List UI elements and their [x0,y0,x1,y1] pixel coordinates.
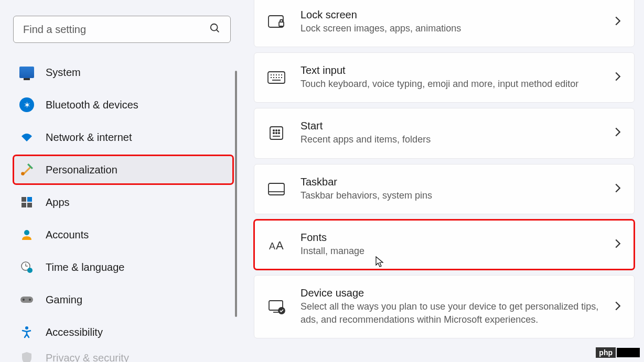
svg-text:A: A [269,241,275,251]
card-lock-screen[interactable]: Lock screen Lock screen images, apps, an… [254,0,635,47]
fonts-icon: AA [267,235,286,254]
svg-point-0 [211,24,218,31]
sidebar-item-label: Accessibility [46,326,103,338]
sidebar-item-accounts[interactable]: Accounts [13,220,233,249]
sidebar-item-label: Accounts [46,229,89,241]
sidebar-item-time-language[interactable]: Time & language [13,253,233,282]
svg-rect-5 [22,203,26,207]
card-title: Device usage [300,287,614,299]
nav-list: System ✶ Bluetooth & devices Network & i… [13,58,231,362]
chevron-right-icon [614,183,621,195]
card-title: Start [300,120,614,132]
search-input[interactable] [23,24,209,36]
sidebar-item-personalization[interactable]: Personalization [13,155,233,184]
svg-point-35 [276,133,277,134]
paintbrush-icon [19,162,34,177]
svg-point-13 [23,299,25,301]
chevron-right-icon [614,301,621,313]
sidebar-item-network[interactable]: Network & internet [13,123,233,152]
card-title: Fonts [300,232,614,244]
card-device-usage[interactable]: Device usage Select all the ways you pla… [254,275,635,338]
card-desc: Touch keyboard, voice typing, emoji and … [300,78,614,91]
card-desc: Recent apps and items, folders [300,133,614,146]
system-icon [19,65,34,80]
settings-main: Lock screen Lock screen images, apps, an… [241,0,644,362]
sidebar-item-system[interactable]: System [13,58,233,87]
chevron-right-icon [614,127,621,139]
card-desc: Lock screen images, apps, animations [300,22,614,35]
svg-point-14 [29,299,31,301]
device-usage-icon [267,298,286,316]
settings-sidebar: System ✶ Bluetooth & devices Network & i… [0,0,241,362]
sidebar-item-label: Personalization [46,164,117,176]
card-taskbar[interactable]: Taskbar Taskbar behaviors, system pins [254,164,635,214]
start-grid-icon [267,124,286,142]
svg-rect-17 [279,22,284,26]
card-body: Fonts Install, manage [300,232,614,258]
svg-line-1 [217,30,219,32]
svg-point-33 [278,130,280,131]
sidebar-item-label: Network & internet [46,131,132,144]
chevron-right-icon [614,238,621,251]
sidebar-item-label: Apps [46,196,70,209]
sidebar-item-accessibility[interactable]: Accessibility [13,317,233,347]
sidebar-item-label: Gaming [46,294,82,306]
svg-point-34 [273,133,274,134]
chevron-right-icon [614,71,621,84]
search-icon [209,23,221,36]
taskbar-icon [267,180,286,199]
card-title: Lock screen [300,9,614,21]
svg-point-2 [21,172,25,175]
svg-rect-4 [27,197,32,202]
card-desc: Taskbar behaviors, system pins [300,189,614,202]
card-body: Lock screen Lock screen images, apps, an… [300,9,614,35]
card-fonts[interactable]: AA Fonts Install, manage [254,220,635,270]
sidebar-item-label: Bluetooth & devices [46,99,138,111]
watermark-text: php [596,347,616,358]
svg-rect-12 [20,297,33,303]
sidebar-item-label: System [46,67,81,79]
svg-rect-3 [22,197,26,202]
sidebar-item-label: Time & language [46,261,124,273]
card-title: Taskbar [300,176,614,188]
chevron-right-icon [614,16,621,28]
sidebar-item-label: Privacy & security [46,352,129,363]
watermark-box [617,348,640,357]
apps-icon [19,195,34,210]
gamepad-icon [19,292,34,307]
sidebar-item-privacy[interactable]: Privacy & security [13,350,233,362]
sidebar-scrollbar[interactable] [235,71,237,317]
svg-rect-6 [27,203,32,207]
accessibility-icon [19,325,34,339]
svg-point-32 [276,130,277,131]
card-start[interactable]: Start Recent apps and items, folders [254,108,635,158]
person-icon [19,227,34,242]
clock-globe-icon [19,260,34,275]
sidebar-item-apps[interactable]: Apps [13,188,233,217]
sidebar-item-gaming[interactable]: Gaming [13,285,233,314]
svg-text:A: A [276,239,284,252]
search-box[interactable] [13,16,231,43]
svg-point-7 [24,230,29,235]
sidebar-item-bluetooth[interactable]: ✶ Bluetooth & devices [13,90,233,119]
bluetooth-icon: ✶ [19,97,34,112]
card-body: Start Recent apps and items, folders [300,120,614,146]
card-title: Text input [300,64,614,76]
card-body: Taskbar Taskbar behaviors, system pins [300,176,614,202]
svg-point-36 [278,133,280,134]
lock-screen-icon [267,13,286,31]
wifi-icon [19,130,34,145]
svg-rect-38 [269,183,284,195]
keyboard-icon [267,68,286,87]
card-body: Text input Touch keyboard, voice typing,… [300,64,614,91]
svg-point-31 [273,130,274,131]
card-text-input[interactable]: Text input Touch keyboard, voice typing,… [254,52,635,103]
svg-point-11 [27,268,33,273]
svg-point-15 [25,326,28,330]
card-desc: Install, manage [300,245,614,258]
watermark: php [596,347,640,358]
shield-icon [19,350,34,362]
card-desc: Select all the ways you plan to use your… [300,300,614,326]
card-body: Device usage Select all the ways you pla… [300,287,614,326]
